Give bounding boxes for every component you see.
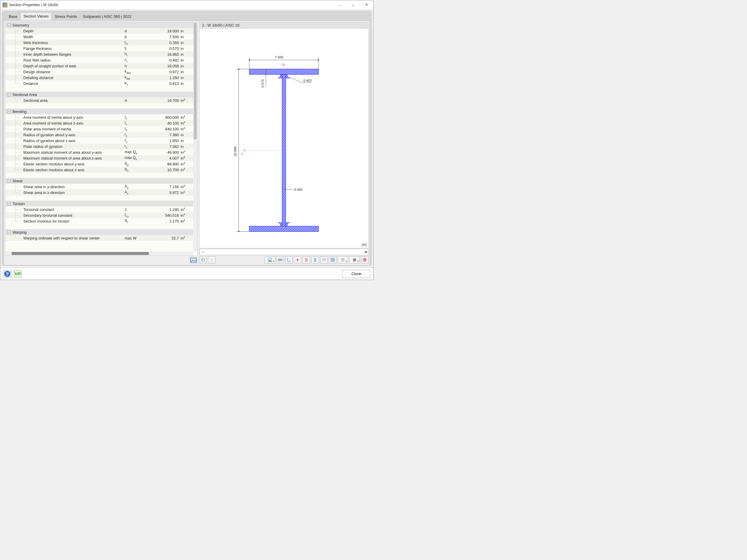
tab-subpanels-aisc-360-2022[interactable]: Subpanels | AISC 360 | 2022 [80,13,134,20]
collapse-icon[interactable] [7,231,11,234]
property-name: Width [23,35,125,39]
collapse-icon[interactable] [7,93,11,96]
property-name: Elastic section modulus about y-axis [23,162,125,166]
collapse-icon[interactable] [7,202,11,205]
tab-base[interactable]: Base [6,13,20,20]
properties-pane: GeometryDepthd18.000inWidthb7.500inWeb t… [5,22,198,264]
section-blue-button[interactable] [311,257,319,263]
property-row[interactable]: Sectional areaA14.700in2 [5,98,193,103]
property-row[interactable]: Warping ordinate with respect to shear c… [5,235,193,241]
collapse-icon[interactable] [7,24,11,27]
group-header[interactable]: Bending [5,108,193,114]
refresh-view-button[interactable] [199,257,207,263]
property-symbol: kdet [125,75,151,80]
group-header[interactable]: Geometry [5,22,193,28]
shear-center-button[interactable] [294,257,302,263]
group-header[interactable]: Warping [5,229,193,235]
group-title: Bending [12,109,27,114]
property-row[interactable]: Elastic section modulus about y-axisSy88… [5,161,193,167]
properties-grid[interactable]: GeometryDepthd18.000inWidthb7.500inWeb t… [5,22,198,256]
property-value: 18.000 [151,29,180,33]
minimize-button[interactable]: – [333,0,346,10]
property-row[interactable]: Torsional constantJ1.240in4 [5,207,193,212]
export-image-button[interactable] [190,257,197,263]
property-row[interactable]: Flange thicknesstf0.570in [5,46,193,51]
axes-xy-button[interactable] [285,257,293,263]
close-button[interactable]: Close [342,270,370,278]
property-row[interactable]: Secondary torsional constantIt,s540.516i… [5,212,193,218]
property-symbol: d [125,29,151,33]
property-row[interactable]: Polar radius of gyrationro7.562in [5,143,193,149]
property-row[interactable]: Maximum statical moment of area about z-… [5,155,193,161]
maximize-button[interactable]: □ [346,0,360,10]
property-row[interactable]: Widthb7.500in [5,34,193,40]
property-row[interactable]: Elastic section modulus about z-axisSz10… [5,167,193,173]
property-row[interactable]: Depthd18.000in [5,28,193,34]
property-row[interactable]: Detailing distancekdet1.250in [5,75,193,80]
property-row[interactable]: Section modulus for torsionSt2.175in3 [5,218,193,224]
tab-stress-points[interactable]: Stress Points [52,13,80,20]
diagram-unit-label: [in] [362,243,366,247]
view-mode-button[interactable] [265,257,275,263]
reset-button[interactable] [361,257,368,263]
property-unit: in [180,133,193,137]
svg-line-16 [289,78,302,83]
property-unit: in [180,41,193,45]
property-unit: in2 [180,98,193,103]
grid-button[interactable] [329,257,336,263]
property-row[interactable]: Area moment of inertia about y-axisIy800… [5,114,193,120]
vertical-scrollbar[interactable] [193,22,197,251]
property-value: 1.650 [151,138,180,143]
numbering-button[interactable]: 1 2 3 [320,257,328,263]
property-name: Polar area moment of inertia [23,127,125,131]
dim-r1: 0.402 [304,79,312,82]
property-name: Warping ordinate with respect to shear c… [23,236,125,240]
titlebar: Section Properties | W 18x50 – □ ✕ [0,0,373,10]
property-row[interactable]: Maximum statical moment of area about y-… [5,149,193,155]
property-unit: in2 [180,190,193,195]
property-row[interactable]: Polar area moment of inertiaIo840.100in4 [5,126,193,132]
units-button[interactable]: 0,00 [14,270,22,278]
dim-depth: 18.000 [233,146,237,157]
property-name: Sectional area [23,98,125,103]
horizontal-scrollbar[interactable] [5,251,193,256]
group-title: Geometry [12,23,29,27]
group-title: Sectional Area [12,92,37,97]
help-button[interactable]: ? [3,270,11,278]
property-name: Shear area in y-direction [23,185,125,189]
group-header[interactable]: Torsion [5,201,193,207]
property-row[interactable]: Radius of gyration about y-axisry7.380in [5,132,193,138]
property-row[interactable]: Distancek10.813in [5,80,193,86]
result-selector[interactable]: -- [199,249,368,255]
property-row[interactable]: Root fillet radiusr10.402in [5,57,193,63]
print-button[interactable] [349,257,360,263]
group-header[interactable]: Sectional Area [5,91,193,98]
property-row[interactable]: Design distancekdes0.972in [5,69,193,75]
property-row[interactable]: Shear area in z-directionAz5.972in2 [5,190,193,195]
scale-100-button[interactable]: 100 [276,257,284,263]
group-header[interactable]: Shear [5,178,193,184]
property-value: 7.562 [151,144,180,149]
svg-text:1 2 3: 1 2 3 [323,258,326,260]
group-title: Warping [12,230,27,235]
property-symbol: max W [125,236,151,240]
section-red-button[interactable] [303,257,310,263]
sigma-button[interactable]: ∫ [208,257,216,263]
property-row[interactable]: Radius of gyration about z-axisrz1.650in [5,138,193,143]
property-row[interactable]: Inner depth between flangeshi16.860in [5,51,193,57]
property-row[interactable]: Depth of straight portion of webh16.056i… [5,63,193,69]
tab-section-values[interactable]: Section Values [20,12,52,20]
collapse-icon[interactable] [7,110,11,113]
svg-rect-31 [354,259,355,259]
section-canvas[interactable]: 7.500 18.000 0.570 [199,28,368,248]
result-selector-bar: -- [199,248,368,256]
property-row[interactable]: Area moment of inertia about z-axisIz40.… [5,120,193,126]
list-button[interactable] [338,257,348,263]
close-window-button[interactable]: ✕ [360,0,373,10]
svg-rect-32 [354,261,355,261]
window-title: Section Properties | W 18x50 [9,3,58,7]
property-row[interactable]: Shear area in y-directionAy7.156in2 [5,184,193,190]
property-row[interactable]: Web thicknesstw0.355in [5,40,193,46]
property-unit: in [180,35,193,39]
collapse-icon[interactable] [7,179,11,183]
